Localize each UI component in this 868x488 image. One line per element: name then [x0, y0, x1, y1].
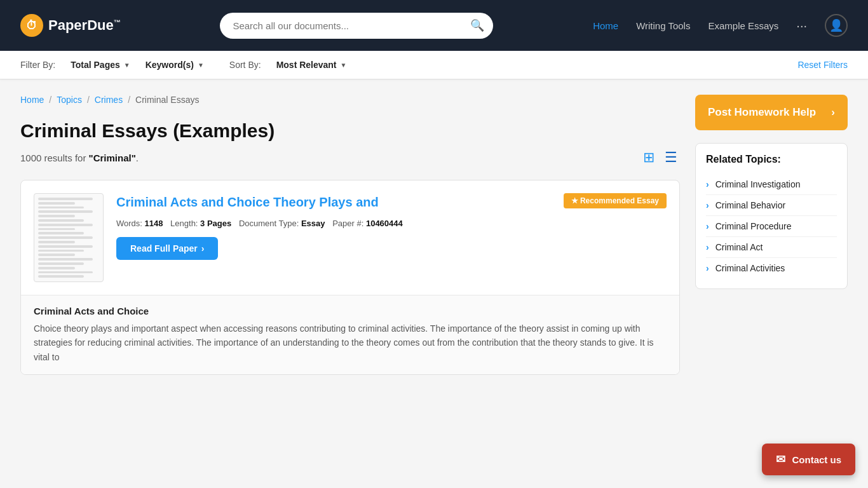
- thumb-line: [38, 258, 93, 261]
- words-label: Words: 1148: [116, 219, 163, 228]
- read-chevron-icon: ›: [201, 243, 205, 254]
- thumb-line: [38, 241, 75, 243]
- list-view-button[interactable]: ☰: [662, 148, 680, 167]
- breadcrumb-crimes[interactable]: Crimes: [95, 95, 123, 105]
- keywords-filter[interactable]: Keyword(s) ▼: [146, 60, 204, 70]
- breadcrumb-sep-2: /: [87, 95, 90, 105]
- page-title: Criminal Essays (Examples): [20, 120, 680, 142]
- thumb-line: [38, 245, 93, 248]
- topic-criminal-activities[interactable]: › Criminal Activities: [706, 258, 837, 278]
- thumb-line: [38, 215, 75, 217]
- essay-thumbnail: [34, 193, 104, 282]
- card-body: ★ Recommended Essay Criminal Acts and Ch…: [116, 193, 667, 260]
- sort-by-label: Sort By:: [229, 60, 261, 70]
- thumb-line: [38, 207, 84, 209]
- read-full-paper-button[interactable]: Read Full Paper ›: [116, 237, 218, 260]
- thumb-line: [38, 236, 93, 239]
- card-top: ★ Recommended Essay Criminal Acts and Ch…: [21, 180, 679, 295]
- filter-bar: Filter By: Total Pages ▼ Keyword(s) ▼ So…: [0, 51, 868, 79]
- reset-filters-button[interactable]: Reset Filters: [797, 60, 848, 70]
- thumb-line: [38, 250, 84, 252]
- card-bottom: Criminal Acts and Choice Choice theory p…: [21, 295, 679, 374]
- nav-example-essays[interactable]: Example Essays: [708, 20, 778, 31]
- main-content: Home / Topics / Crimes / Criminal Essays…: [0, 79, 868, 400]
- chevron-right-icon: ›: [706, 200, 709, 210]
- topic-label: Criminal Behavior: [715, 200, 785, 210]
- thumb-line: [38, 198, 93, 200]
- total-pages-arrow: ▼: [124, 62, 130, 69]
- post-homework-help-button[interactable]: Post Homework Help ›: [695, 95, 848, 130]
- nav-more-dots[interactable]: ···: [796, 18, 807, 33]
- results-count: 1000 results for "Criminal".: [20, 152, 139, 163]
- thumb-line: [38, 224, 93, 226]
- thumb-line: [38, 219, 84, 222]
- related-topics-panel: Related Topics: › Criminal Investigation…: [695, 143, 848, 289]
- view-toggle: ⊞ ☰: [641, 148, 680, 167]
- thumb-line: [38, 267, 75, 269]
- thumb-line: [38, 202, 75, 205]
- breadcrumb-sep-3: /: [128, 95, 130, 105]
- topic-label: Criminal Investigation: [715, 179, 801, 189]
- thumb-line: [38, 210, 93, 213]
- keywords-arrow: ▼: [198, 62, 204, 69]
- header: ⏱ PaperDue™ 🔍 Home Writing Tools Example…: [0, 0, 868, 51]
- topic-criminal-investigation[interactable]: › Criminal Investigation: [706, 174, 837, 195]
- paper-num-label: Paper #: 10460444: [332, 219, 403, 228]
- content-area: Home / Topics / Crimes / Criminal Essays…: [20, 95, 680, 385]
- related-topics-title: Related Topics:: [706, 154, 837, 165]
- thumb-line: [38, 228, 75, 231]
- breadcrumb-home[interactable]: Home: [20, 95, 44, 105]
- breadcrumb-topics[interactable]: Topics: [57, 95, 82, 105]
- sort-by-filter[interactable]: Most Relevant ▼: [276, 60, 347, 70]
- topic-label: Criminal Procedure: [715, 221, 792, 231]
- topic-criminal-behavior[interactable]: › Criminal Behavior: [706, 195, 837, 216]
- recommended-badge: ★ Recommended Essay: [564, 193, 667, 208]
- sidebar: Post Homework Help › Related Topics: › C…: [695, 95, 848, 385]
- total-pages-filter[interactable]: Total Pages ▼: [71, 60, 130, 70]
- breadcrumb-sep-1: /: [49, 95, 51, 105]
- filter-by-label: Filter By:: [20, 60, 55, 70]
- doctype-label: Document Type: Essay: [239, 219, 325, 228]
- chevron-right-icon: ›: [706, 263, 709, 273]
- essay-card: ★ Recommended Essay Criminal Acts and Ch…: [20, 180, 680, 375]
- length-label: Length: 3 Pages: [170, 219, 231, 228]
- excerpt-text: Choice theory plays and important aspect…: [34, 322, 667, 364]
- breadcrumb: Home / Topics / Crimes / Criminal Essays: [20, 95, 680, 105]
- nav-writing-tools[interactable]: Writing Tools: [636, 20, 690, 31]
- grid-view-button[interactable]: ⊞: [641, 148, 657, 167]
- logo-text: PaperDue™: [48, 17, 121, 34]
- thumb-line: [38, 275, 84, 278]
- chevron-right-icon: ›: [706, 242, 709, 252]
- thumb-line: [38, 262, 84, 265]
- breadcrumb-current: Criminal Essays: [135, 95, 199, 105]
- search-bar: 🔍: [220, 13, 493, 39]
- thumb-line: [38, 254, 75, 256]
- topic-criminal-act[interactable]: › Criminal Act: [706, 237, 837, 258]
- logo-icon: ⏱: [20, 14, 43, 37]
- user-account-icon[interactable]: 👤: [825, 14, 848, 37]
- logo[interactable]: ⏱ PaperDue™: [20, 14, 121, 37]
- nav: Home Writing Tools Example Essays ··· 👤: [593, 14, 848, 37]
- chevron-right-icon: ›: [706, 221, 709, 231]
- topic-label: Criminal Act: [715, 242, 763, 252]
- topic-label: Criminal Activities: [715, 263, 785, 273]
- hw-help-chevron-icon: ›: [831, 106, 835, 119]
- search-input[interactable]: [220, 13, 493, 39]
- chevron-right-icon: ›: [706, 179, 709, 189]
- excerpt-title: Criminal Acts and Choice: [34, 306, 667, 316]
- sort-arrow: ▼: [341, 62, 347, 69]
- card-meta: Words: 1148 Length: 3 Pages Document Typ…: [116, 219, 667, 228]
- thumb-line: [38, 271, 93, 274]
- thumb-line: [38, 232, 84, 234]
- results-row: 1000 results for "Criminal". ⊞ ☰: [20, 148, 680, 167]
- search-button[interactable]: 🔍: [470, 18, 484, 32]
- topic-criminal-procedure[interactable]: › Criminal Procedure: [706, 216, 837, 237]
- nav-home[interactable]: Home: [593, 20, 618, 31]
